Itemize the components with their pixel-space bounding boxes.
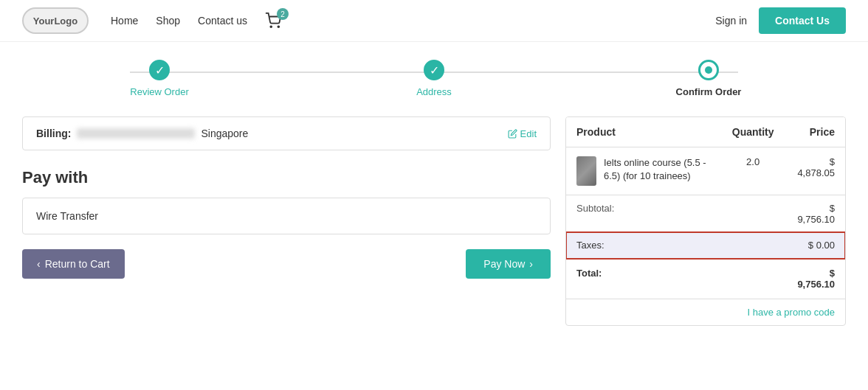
cart-icon[interactable]: 2 [265, 13, 281, 29]
step-confirm-order-label: Confirm Order [676, 86, 742, 97]
subtotal-value: $ 9,756.10 [785, 195, 845, 233]
subtotal-label: Subtotal: [566, 195, 785, 233]
step-address-label: Address [416, 86, 452, 97]
table-row: Ielts online course (5.5 - 6.5) (for 10 … [566, 147, 845, 195]
product-name: Ielts online course (5.5 - 6.5) (for 10 … [604, 156, 712, 183]
left-panel: Billing: Singapore Edit Pay with Wire Tr… [22, 116, 551, 326]
return-to-cart-label: Return to Cart [45, 258, 110, 270]
table-header-row: Product Quantity Price [566, 117, 845, 147]
nav-home[interactable]: Home [111, 15, 138, 27]
pay-now-label: Pay Now [483, 258, 525, 270]
step-address: ✓ Address [297, 60, 571, 97]
header-right: Sign in Contact Us [715, 7, 846, 34]
svg-point-0 [270, 26, 272, 27]
taxes-value: $ 0.00 [785, 232, 845, 259]
svg-point-1 [278, 26, 279, 27]
col-product: Product [566, 117, 722, 147]
nav-shop[interactable]: Shop [156, 15, 180, 27]
taxes-row: Taxes: $ 0.00 [566, 232, 845, 259]
product-image [576, 156, 596, 186]
total-value: $ 9,756.10 [785, 259, 845, 299]
edit-billing-link[interactable]: Edit [508, 128, 537, 139]
steps-bar: ✓ Review Order ✓ Address Confirm Order [0, 42, 868, 109]
step-address-circle: ✓ [424, 60, 444, 80]
promo-code-link[interactable]: I have a promo code [747, 307, 835, 318]
billing-address: Singapore [77, 128, 507, 139]
product-price: $ 4,878.05 [785, 147, 845, 195]
product-cell: Ielts online course (5.5 - 6.5) (for 10 … [566, 147, 722, 195]
sign-in-link[interactable]: Sign in [715, 15, 747, 27]
subtotal-row: Subtotal: $ 9,756.10 [566, 195, 845, 233]
step-confirm-order: Confirm Order [571, 60, 846, 97]
pay-now-button[interactable]: Pay Now › [466, 249, 551, 279]
chevron-left-icon: ‹ [37, 258, 41, 270]
total-row: Total: $ 9,756.10 [566, 259, 845, 299]
billing-location: Singapore [201, 128, 248, 139]
payment-option-wire-transfer[interactable]: Wire Transfer [22, 198, 551, 234]
header: YourLogo Home Shop Contact us 2 Sign in … [0, 0, 868, 42]
billing-label: Billing: [36, 128, 71, 139]
cart-badge: 2 [277, 8, 289, 20]
step-review-order-label: Review Order [130, 86, 188, 97]
bottom-actions: ‹ Return to Cart Pay Now › [22, 249, 551, 279]
billing-blurred-text [77, 128, 195, 139]
nav: Home Shop Contact us 2 [111, 13, 715, 29]
main-content: Billing: Singapore Edit Pay with Wire Tr… [0, 109, 868, 341]
total-label: Total: [566, 259, 785, 299]
contact-us-button[interactable]: Contact Us [759, 7, 846, 34]
pay-with-title: Pay with [22, 168, 551, 187]
return-to-cart-button[interactable]: ‹ Return to Cart [22, 249, 125, 279]
nav-contact[interactable]: Contact us [198, 15, 247, 27]
taxes-label: Taxes: [566, 232, 785, 259]
step-confirm-order-circle [698, 60, 719, 80]
logo[interactable]: YourLogo [22, 7, 89, 34]
order-table: Product Quantity Price Ielts online cour… [566, 117, 845, 325]
right-panel: Product Quantity Price Ielts online cour… [565, 116, 846, 326]
edit-billing-label: Edit [520, 128, 537, 139]
chevron-right-icon: › [529, 258, 533, 270]
promo-row: I have a promo code [566, 299, 845, 326]
col-price: Price [785, 117, 845, 147]
col-quantity: Quantity [722, 117, 785, 147]
product-quantity: 2.0 [722, 147, 785, 195]
billing-box: Billing: Singapore Edit [22, 116, 551, 150]
step-review-order: ✓ Review Order [22, 60, 297, 97]
step-review-order-circle: ✓ [149, 60, 170, 80]
